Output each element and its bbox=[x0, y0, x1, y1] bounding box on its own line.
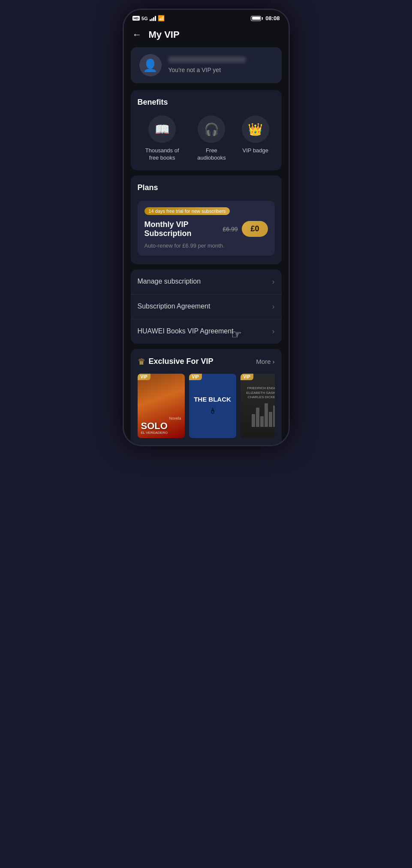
more-chevron: › bbox=[273, 358, 275, 365]
status-bar-left: HD 5G 📶 bbox=[132, 15, 165, 21]
exclusive-section: ♛ Exclusive For VIP More › VIP Novela SO… bbox=[131, 349, 282, 445]
free-books-icon: 📖 bbox=[148, 115, 176, 143]
subscription-agreement-chevron: › bbox=[272, 302, 275, 311]
links-section: Manage subscription › Subscription Agree… bbox=[131, 269, 282, 344]
5g-label: 5G bbox=[141, 16, 148, 21]
book-black-vip-badge: VIP bbox=[189, 374, 202, 380]
exclusive-title-group: ♛ Exclusive For VIP bbox=[138, 357, 214, 367]
main-content: 👤 You're not a VIP yet Benefits 📖 Thousa… bbox=[124, 47, 289, 445]
book-black-cover: THE BLACK 🕯 bbox=[189, 374, 236, 438]
plan-card: 14 days free trial for new subscribers M… bbox=[138, 201, 275, 256]
plan-pricing: £6.99 £0 bbox=[223, 221, 268, 237]
original-price: £6.99 bbox=[223, 226, 238, 233]
avatar: 👤 bbox=[139, 54, 162, 76]
benefits-grid: 📖 Thousands of free books 🎧 Free audiobo… bbox=[138, 115, 275, 162]
status-bar-right: 08:08 bbox=[251, 15, 280, 21]
page-header: ← My VIP bbox=[124, 25, 289, 47]
book-solo-subtitle: EL VERDADERO bbox=[141, 431, 181, 435]
book-bars-visual bbox=[252, 401, 275, 427]
huawei-agreement-row[interactable]: HUAWEI Books VIP Agreement › bbox=[131, 319, 282, 344]
book-card-solo[interactable]: VIP Novela SOLO EL VERDADERO bbox=[138, 374, 185, 438]
profile-info: You're not a VIP yet bbox=[168, 57, 273, 74]
benefits-title: Benefits bbox=[138, 98, 275, 107]
exclusive-header: ♛ Exclusive For VIP More › bbox=[138, 357, 275, 367]
subscription-agreement-label: Subscription Agreement bbox=[138, 302, 211, 310]
book-black-title: THE BLACK bbox=[194, 396, 231, 403]
exclusive-books-list[interactable]: VIP Novela SOLO EL VERDADERO VIP THE BLA… bbox=[138, 374, 275, 445]
manage-subscription-row[interactable]: Manage subscription › bbox=[131, 269, 282, 294]
subscribe-button[interactable]: £0 bbox=[242, 221, 268, 237]
time-display: 08:08 bbox=[265, 15, 280, 21]
book-solo-vip-badge: VIP bbox=[138, 374, 150, 380]
vip-status-text: You're not a VIP yet bbox=[168, 67, 221, 73]
subscription-agreement-row[interactable]: Subscription Agreement › bbox=[131, 294, 282, 319]
profile-name-blurred bbox=[168, 57, 246, 63]
crown-icon: ♛ bbox=[138, 357, 145, 367]
audiobooks-label: Free audiobooks bbox=[192, 147, 231, 162]
benefits-section: Benefits 📖 Thousands of free books 🎧 Fre… bbox=[131, 90, 282, 170]
huawei-agreement-label: HUAWEI Books VIP Agreement bbox=[138, 327, 234, 335]
benefit-free-books: 📖 Thousands of free books bbox=[143, 115, 181, 162]
hd-badge: HD bbox=[132, 16, 140, 21]
vip-badge-icon: 👑 bbox=[242, 115, 269, 143]
profile-card: 👤 You're not a VIP yet bbox=[131, 47, 282, 83]
back-button[interactable]: ← bbox=[132, 29, 142, 40]
avatar-icon: 👤 bbox=[143, 58, 158, 73]
plans-section: Plans 14 days free trial for new subscri… bbox=[131, 175, 282, 264]
more-label: More bbox=[256, 358, 271, 365]
book-solo-cover: Novela SOLO EL VERDADERO bbox=[138, 374, 185, 438]
benefit-vip-badge: 👑 VIP badge bbox=[242, 115, 269, 154]
audiobooks-icon: 🎧 bbox=[198, 115, 225, 143]
battery-icon bbox=[251, 16, 263, 21]
book-bars-vip-badge: VIP bbox=[241, 374, 253, 380]
phone-frame: HD 5G 📶 08:08 ← My VIP 👤 bbox=[123, 9, 290, 446]
book-bars-cover: FRIEDRICH ENGELSELIZABETH GASKELLCHARLES… bbox=[241, 374, 275, 438]
manage-subscription-chevron: › bbox=[272, 277, 275, 286]
trial-badge: 14 days free trial for new subscribers bbox=[144, 207, 230, 215]
wifi-icon: 📶 bbox=[158, 15, 165, 21]
plan-description: Auto-renew for £6.99 per month. bbox=[144, 242, 268, 249]
manage-subscription-label: Manage subscription bbox=[138, 278, 201, 285]
vip-badge-label: VIP badge bbox=[243, 147, 268, 154]
exclusive-title: Exclusive For VIP bbox=[149, 357, 214, 366]
book-card-bars[interactable]: VIP FRIEDRICH ENGELSELIZABETH GASKELLCHA… bbox=[241, 374, 275, 438]
huawei-agreement-chevron: › bbox=[272, 327, 275, 336]
plan-row: Monthly VIP Subscription £6.99 £0 bbox=[144, 220, 268, 238]
signal-bars-icon bbox=[150, 16, 156, 21]
book-solo-subtitle-top: Novela bbox=[141, 416, 181, 420]
book-bars-authors: FRIEDRICH ENGELSELIZABETH GASKELLCHARLES… bbox=[244, 384, 274, 401]
page-title: My VIP bbox=[149, 29, 180, 40]
plan-name: Monthly VIP Subscription bbox=[144, 220, 223, 238]
status-bar: HD 5G 📶 08:08 bbox=[124, 10, 289, 25]
book-black-icon: 🕯 bbox=[209, 407, 217, 416]
free-books-label: Thousands of free books bbox=[143, 147, 181, 162]
book-card-black[interactable]: VIP THE BLACK 🕯 bbox=[189, 374, 236, 438]
plans-title: Plans bbox=[138, 183, 275, 192]
benefit-audiobooks: 🎧 Free audiobooks bbox=[192, 115, 231, 162]
more-button[interactable]: More › bbox=[256, 358, 274, 365]
book-solo-title: SOLO bbox=[141, 421, 181, 431]
